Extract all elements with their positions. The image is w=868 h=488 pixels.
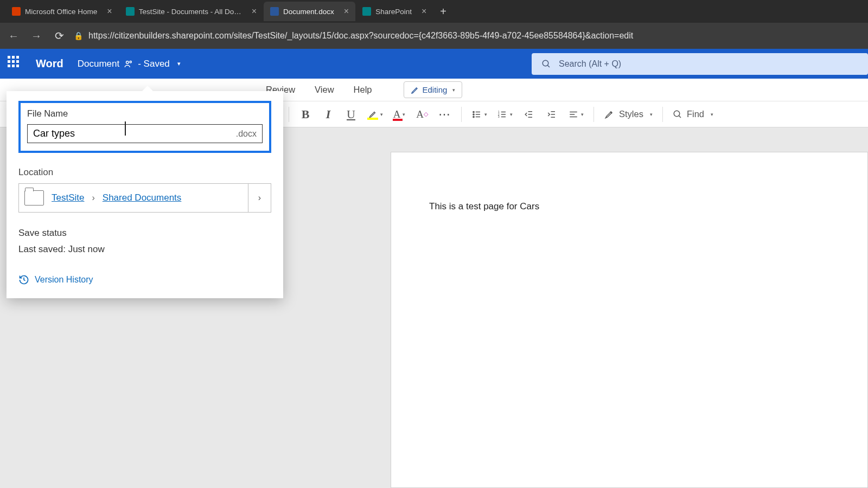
- saved-state-text: - Saved: [138, 59, 170, 69]
- align-button[interactable]: ▾: [568, 110, 584, 119]
- search-box[interactable]: Search (Alt + Q): [532, 53, 868, 75]
- word-header: Word Document - Saved ▾ Search (Alt + Q): [0, 49, 868, 79]
- tab-title: TestSite - Documents - All Docum: [139, 8, 242, 16]
- align-icon: [568, 110, 579, 119]
- document-title-dropdown[interactable]: Document - Saved ▾: [78, 59, 181, 69]
- url-text: https://citizenbuilders.sharepoint.com/s…: [88, 31, 633, 41]
- browser-tab[interactable]: SharePoint ×: [356, 2, 433, 21]
- tab-view[interactable]: View: [315, 85, 334, 95]
- editing-label: Editing: [423, 85, 448, 94]
- search-placeholder: Search (Alt + Q): [559, 59, 621, 69]
- doc-title-text: Document: [78, 59, 119, 69]
- indent-button[interactable]: [545, 110, 558, 119]
- browser-address-bar: ← → ⟳ 🔒 https://citizenbuilders.sharepoi…: [0, 23, 868, 49]
- bullet-list-icon: [471, 110, 482, 119]
- svg-point-8: [473, 116, 474, 117]
- location-label: Location: [18, 167, 271, 178]
- svg-point-25: [674, 111, 680, 117]
- file-extension: .docx: [236, 129, 257, 139]
- search-icon: [541, 59, 551, 69]
- separator: [593, 107, 594, 122]
- history-icon: [18, 274, 29, 285]
- browser-tab-strip: Microsoft Office Home × TestSite - Docum…: [0, 0, 868, 23]
- clear-format-button[interactable]: A◇: [416, 108, 429, 120]
- font-color-button[interactable]: A ▾: [393, 108, 406, 120]
- outdent-icon: [524, 110, 534, 119]
- office-icon: [12, 7, 21, 16]
- outdent-button[interactable]: [522, 110, 535, 119]
- find-label: Find: [687, 109, 704, 119]
- browser-tab[interactable]: TestSite - Documents - All Docum ×: [119, 2, 263, 21]
- app-name[interactable]: Word: [36, 57, 63, 70]
- separator: [289, 107, 289, 122]
- numbered-list-icon: 123: [497, 110, 508, 119]
- forward-button[interactable]: →: [28, 30, 44, 42]
- lock-icon: 🔒: [74, 31, 83, 40]
- close-icon[interactable]: ×: [252, 7, 257, 16]
- sharepoint-icon: [126, 7, 135, 16]
- back-button[interactable]: ←: [5, 30, 22, 42]
- separator: [662, 107, 663, 122]
- close-icon[interactable]: ×: [422, 7, 426, 16]
- svg-line-3: [547, 65, 550, 67]
- search-icon: [673, 110, 682, 119]
- save-status-value: Last saved: Just now: [18, 244, 271, 255]
- app-launcher-icon[interactable]: [8, 56, 24, 72]
- separator: [461, 107, 462, 122]
- tab-title: Document.docx: [283, 8, 334, 16]
- highlight-button[interactable]: ▾: [367, 110, 383, 119]
- bold-button[interactable]: B: [299, 107, 312, 121]
- document-page[interactable]: This is a test page for Cars: [391, 152, 868, 488]
- file-name-input[interactable]: [33, 128, 236, 139]
- file-name-label: File Name: [27, 108, 263, 119]
- version-history-label: Version History: [35, 275, 93, 285]
- location-breadcrumb: TestSite › Shared Documents: [19, 190, 248, 206]
- svg-point-1: [130, 61, 131, 62]
- find-button[interactable]: Find ▾: [673, 109, 713, 119]
- bullet-list-button[interactable]: ▾: [471, 110, 487, 119]
- close-icon[interactable]: ×: [107, 7, 112, 16]
- file-name-field-wrap[interactable]: .docx: [27, 124, 263, 143]
- chevron-down-icon: ▾: [581, 112, 584, 117]
- font-color-swatch: [393, 119, 403, 121]
- styles-button[interactable]: Styles ▾: [604, 109, 653, 120]
- version-history-link[interactable]: Version History: [18, 274, 271, 285]
- url-field[interactable]: 🔒 https://citizenbuilders.sharepoint.com…: [74, 31, 863, 41]
- svg-line-26: [679, 115, 681, 118]
- browser-tab-active[interactable]: Document.docx ×: [264, 2, 355, 21]
- location-browse-button[interactable]: ›: [248, 184, 271, 212]
- text-cursor-icon: [125, 121, 126, 136]
- chevron-down-icon: ▾: [510, 112, 513, 117]
- chevron-down-icon: ▾: [177, 60, 181, 67]
- folder-icon: [24, 190, 44, 206]
- location-box: TestSite › Shared Documents ›: [18, 183, 271, 213]
- svg-point-0: [126, 61, 129, 63]
- svg-point-4: [473, 111, 474, 112]
- word-icon: [270, 7, 279, 16]
- document-body-text: This is a test page for Cars: [429, 201, 539, 211]
- editing-mode-button[interactable]: Editing ▾: [404, 81, 463, 98]
- people-icon: [124, 59, 133, 69]
- breadcrumb-link-folder[interactable]: Shared Documents: [103, 192, 182, 203]
- more-options-button[interactable]: ⋯: [438, 107, 451, 121]
- new-tab-button[interactable]: +: [433, 5, 453, 18]
- sharepoint-icon: [362, 7, 371, 16]
- tab-help[interactable]: Help: [354, 85, 372, 95]
- tab-title: SharePoint: [375, 8, 412, 16]
- underline-button[interactable]: U: [344, 107, 358, 121]
- file-name-block: File Name .docx: [18, 101, 271, 153]
- reload-button[interactable]: ⟳: [51, 29, 67, 42]
- tab-title: Microsoft Office Home: [25, 8, 97, 16]
- file-info-popout: File Name .docx Location TestSite › Shar…: [7, 91, 283, 298]
- numbered-list-button[interactable]: 123 ▾: [497, 110, 513, 119]
- svg-point-6: [473, 113, 474, 114]
- save-status-label: Save status: [18, 228, 271, 239]
- chevron-down-icon: ▾: [403, 112, 405, 117]
- italic-button[interactable]: I: [322, 107, 335, 121]
- browser-tab[interactable]: Microsoft Office Home ×: [5, 2, 119, 21]
- styles-label: Styles: [619, 109, 643, 119]
- chevron-down-icon: ▾: [650, 112, 653, 117]
- close-icon[interactable]: ×: [344, 7, 349, 16]
- breadcrumb-link-site[interactable]: TestSite: [52, 192, 84, 203]
- pencil-icon: [411, 86, 419, 94]
